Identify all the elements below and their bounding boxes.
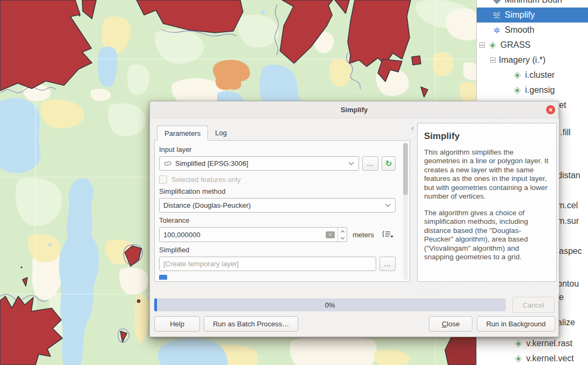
- data-defined-override-button[interactable]: [382, 230, 395, 239]
- output-label: Simplified: [159, 246, 396, 254]
- help-paragraph: This algorithm simplifies the geometries…: [424, 148, 550, 201]
- help-paragraph: The algorithm gives a choice of simplifi…: [424, 209, 550, 262]
- grass-icon: [513, 86, 522, 94]
- tolerance-input[interactable]: [160, 231, 326, 239]
- output-browse-button[interactable]: …: [379, 257, 396, 271]
- grass-icon: [488, 41, 497, 49]
- grass-icon: [513, 71, 522, 79]
- collapse-expander-icon[interactable]: [479, 42, 485, 48]
- dialog-titlebar[interactable]: Simplify ×: [150, 101, 558, 118]
- dialog-title: Simplify: [341, 106, 368, 114]
- clipped-checkbox-row: [159, 275, 396, 280]
- input-layer-browse-button[interactable]: …: [362, 156, 378, 171]
- tolerance-label: Tolerance: [159, 216, 396, 224]
- spinner-buttons: [338, 228, 347, 242]
- toolbox-item-fragment[interactable]: m.sur: [557, 216, 579, 226]
- spin-up-button[interactable]: [338, 228, 347, 235]
- cancel-button: Cancel: [512, 297, 555, 313]
- smooth-asterisk-icon: [492, 26, 501, 34]
- spin-down-button[interactable]: [338, 235, 347, 242]
- progress-percent: 0%: [154, 298, 506, 311]
- output-input[interactable]: [Create temporary layer]: [159, 257, 376, 271]
- toolbox-item-smooth[interactable]: Smooth: [477, 23, 588, 38]
- dialog-tabbar: Parameters Log: [154, 125, 410, 140]
- toolbox-item-fragment[interactable]: aspec: [559, 246, 582, 256]
- simplify-wave-icon: [492, 11, 501, 19]
- close-button[interactable]: Close: [429, 316, 472, 332]
- open-output-checkbox[interactable]: [159, 275, 167, 280]
- toolbox-item-label: Minimum Boun: [505, 0, 562, 5]
- toolbox-item-label: Smooth: [505, 25, 534, 35]
- selected-features-label: Selected features only: [171, 176, 241, 184]
- toolbox-item-fragment[interactable]: distan: [557, 171, 580, 180]
- input-layer-label: Input layer: [159, 145, 396, 154]
- tolerance-unit-label: meters: [353, 231, 374, 239]
- toolbox-item-simplify[interactable]: Simplify: [477, 8, 588, 23]
- run-in-background-button[interactable]: Run in Background: [477, 316, 555, 332]
- method-value: Distance (Douglas-Peucker): [163, 201, 251, 209]
- toolbox-item-label: i.cluster: [525, 70, 555, 80]
- tab-log[interactable]: Log: [208, 126, 234, 140]
- close-button-mnemonic: C: [442, 320, 447, 328]
- toolbox-item-label: Imagery (i.*): [499, 55, 546, 65]
- progress-bar: 0%: [154, 298, 506, 311]
- toolbox-item-minimum-bounding[interactable]: Minimum Boun: [477, 0, 588, 8]
- toolbox-item-label: i.gensig: [525, 85, 555, 95]
- data-defined-override-icon: [382, 230, 395, 239]
- parameters-scroll-area: Input layer Simplified [EPSG:3006] …: [154, 140, 410, 282]
- simplify-dialog: Simplify × Parameters Log Input layer: [149, 101, 559, 337]
- iterate-layer-button[interactable]: ↻: [382, 156, 396, 171]
- tab-parameters[interactable]: Parameters: [157, 126, 208, 141]
- toolbox-item-igensig[interactable]: i.gensig: [477, 83, 588, 98]
- input-layer-value: Simplified [EPSG:3006]: [175, 159, 248, 167]
- selected-features-checkbox: [159, 176, 167, 184]
- collapse-help-arrow[interactable]: ‹: [411, 123, 414, 132]
- toolbox-group-grass[interactable]: GRASS: [477, 38, 588, 53]
- grass-icon: [514, 355, 523, 363]
- method-combobox[interactable]: Distance (Douglas-Peucker): [159, 198, 396, 213]
- chevron-down-icon: [349, 160, 354, 165]
- selected-features-row: Selected features only: [159, 176, 396, 184]
- chevron-down-icon: [340, 235, 344, 239]
- close-icon[interactable]: ×: [546, 105, 555, 114]
- toolbox-item-label: Simplify: [505, 10, 535, 20]
- toolbox-item-fragment[interactable]: ontou: [557, 279, 579, 289]
- help-button[interactable]: Help: [154, 316, 200, 332]
- reload-icon: ↻: [385, 159, 392, 169]
- help-panel: Simplify This algorithm simplifies the g…: [417, 123, 557, 282]
- dialog-body: Parameters Log Input layer Simplified [E: [150, 118, 558, 337]
- toolbox-item-fragment[interactable]: .fill: [560, 128, 571, 137]
- scrollbar-thumb[interactable]: [403, 143, 408, 195]
- output-placeholder: [Create temporary layer]: [163, 260, 239, 268]
- toolbox-item-fragment[interactable]: e: [559, 293, 564, 302]
- grass-icon: [514, 340, 523, 348]
- chevron-up-icon: [340, 230, 344, 233]
- polygon-layer-icon: [163, 160, 172, 166]
- close-button-rest: lose: [447, 320, 460, 328]
- toolbox-item-label: v.kernel.vect: [526, 354, 574, 363]
- help-heading: Simplify: [424, 131, 550, 142]
- tolerance-spinbox: ×: [159, 227, 347, 242]
- input-layer-combobox[interactable]: Simplified [EPSG:3006]: [159, 156, 359, 171]
- toolbox-item-vkernelvect[interactable]: v.kernel.vect: [477, 351, 588, 365]
- chevron-down-icon: [385, 202, 391, 207]
- parameters-scrollbar[interactable]: [403, 142, 408, 280]
- toolbox-item-vkernelrast[interactable]: v.kernel.rast: [477, 336, 588, 351]
- run-batch-button[interactable]: Run as Batch Process…: [204, 316, 298, 332]
- minimum-bounding-icon: [492, 0, 501, 4]
- toolbox-item-icluster[interactable]: i.cluster: [477, 68, 588, 83]
- clear-value-icon[interactable]: ×: [326, 231, 335, 238]
- toolbox-group-imagery[interactable]: Imagery (i.*): [477, 53, 588, 68]
- toolbox-item-fragment[interactable]: m.cel: [557, 201, 578, 210]
- qgis-screen: Minimum Boun Simplify Smooth: [0, 0, 588, 365]
- toolbox-item-label: GRASS: [500, 40, 530, 50]
- parameters-column: Parameters Log Input layer Simplified [E: [154, 125, 410, 282]
- method-label: Simplification method: [159, 187, 396, 195]
- collapse-expander-icon[interactable]: [490, 57, 496, 63]
- toolbox-item-label: v.kernel.rast: [526, 339, 572, 348]
- toolbox-item-fragment[interactable]: alize: [557, 318, 575, 327]
